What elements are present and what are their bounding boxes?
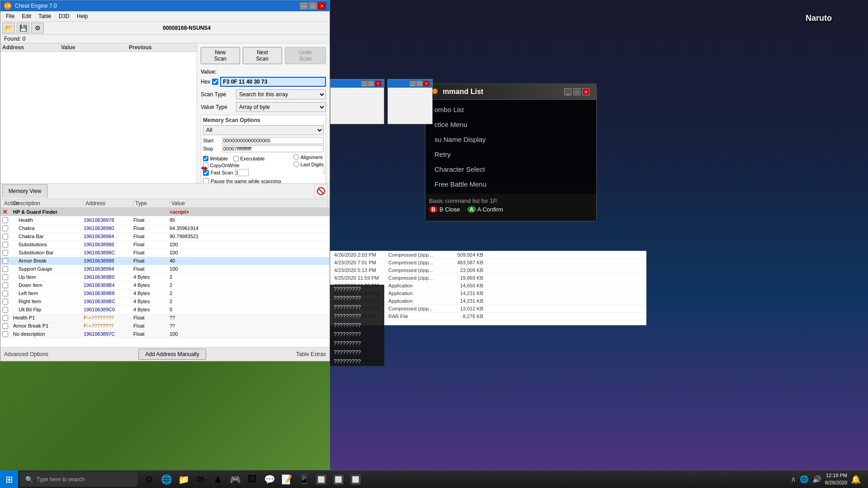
memory-view-button[interactable]: Memory View xyxy=(2,184,47,198)
memory-type-select[interactable]: All xyxy=(203,125,324,135)
table-row[interactable]: ✕ HP & Guard Finder <script> xyxy=(0,208,330,216)
minimize-btn[interactable]: — xyxy=(300,2,308,9)
value-type-select[interactable]: Array of byte 4 Bytes Float xyxy=(236,102,326,112)
table-row[interactable]: Chakra 19610638980 Float 64.35961914 xyxy=(0,225,330,233)
sdlg2-maximize-btn[interactable]: □ xyxy=(416,81,423,86)
list-item[interactable]: ????????? xyxy=(330,348,384,357)
notifications-icon[interactable]: 🔔 xyxy=(851,474,861,484)
pause-checkbox[interactable] xyxy=(203,178,209,183)
table-row[interactable]: Up Item 196106389B0 4 Bytes 2 xyxy=(0,273,330,282)
menu-table[interactable]: Table xyxy=(35,12,55,20)
taskbar-clock[interactable]: 12:18 PM 8/29/2020 xyxy=(825,472,847,486)
maximize-btn[interactable]: □ xyxy=(309,2,317,9)
cmd-close-btn[interactable]: ✕ xyxy=(582,88,590,95)
table-row[interactable]: Down Item 196106389B4 4 Bytes 2 xyxy=(0,282,330,290)
cmd-item-jutsu[interactable]: su Name Display xyxy=(425,132,596,147)
value-input[interactable] xyxy=(220,77,326,87)
list-item[interactable]: ????????? xyxy=(330,321,384,330)
file-row[interactable]: 4/23/2020 5:13 PM Compressed (zipp... 23… xyxy=(330,267,646,274)
row-checkbox[interactable] xyxy=(2,315,8,321)
sdlg-maximize-btn[interactable]: □ xyxy=(368,81,374,86)
sdlg2-minimize-btn[interactable]: _ xyxy=(410,81,416,86)
taskbar-explorer-btn[interactable]: 📁 xyxy=(175,471,192,488)
taskbar-store-btn[interactable]: 🛍 xyxy=(193,471,209,488)
row-checkbox[interactable] xyxy=(2,250,8,256)
tray-expand-icon[interactable]: ∧ xyxy=(791,475,796,483)
list-item[interactable]: ????????? xyxy=(330,312,384,321)
table-row[interactable]: Substitution Bar 1961063898C Float 100 xyxy=(0,249,330,257)
table-extras-button[interactable]: Table Extras xyxy=(296,351,326,357)
menu-help[interactable]: Help xyxy=(73,12,92,20)
file-row[interactable]: 4/25/2020 11:59 PM Compressed (zipp... 1… xyxy=(330,274,646,282)
new-scan-button[interactable]: New Scan xyxy=(201,47,240,64)
list-item[interactable]: ????????? xyxy=(330,294,384,303)
table-row[interactable]: Health 19610638978 Float 95 xyxy=(0,216,330,225)
table-row[interactable]: Left Item 196106389B8 4 Bytes 2 xyxy=(0,290,330,298)
toolbar-settings-btn[interactable]: ⚙ xyxy=(31,23,44,33)
tray-volume-icon[interactable]: 🔊 xyxy=(812,475,821,483)
list-item[interactable]: ????????? xyxy=(330,339,384,348)
menu-edit[interactable]: Edit xyxy=(18,12,35,20)
taskbar-photoshop-btn[interactable]: 🖼 xyxy=(244,471,260,488)
cmd-item-combo[interactable]: ombo List xyxy=(425,102,596,117)
next-scan-button[interactable]: Next Scan xyxy=(243,47,282,64)
stop-input[interactable] xyxy=(222,145,324,152)
taskbar-edge-btn[interactable]: 🌐 xyxy=(158,471,175,488)
row-checkbox[interactable] xyxy=(2,323,8,329)
advanced-options-button[interactable]: Advanced Options xyxy=(4,351,48,357)
toolbar-open-btn[interactable]: 📂 xyxy=(2,23,15,33)
row-checkbox[interactable] xyxy=(2,242,8,248)
alignment-radio-input[interactable] xyxy=(293,154,299,160)
menu-file[interactable]: File xyxy=(2,12,18,20)
cmd-minimize-btn[interactable]: _ xyxy=(564,88,571,95)
menu-d3d[interactable]: D3D xyxy=(55,12,73,20)
table-row[interactable]: Armor Break 19610638998 Float 40 xyxy=(0,257,330,265)
row-checkbox[interactable] xyxy=(2,291,8,296)
row-checkbox[interactable] xyxy=(2,274,8,280)
taskbar-app1-btn[interactable]: 🔲 xyxy=(313,471,329,488)
undo-scan-button[interactable]: Undo Scan xyxy=(285,47,326,64)
tray-network-icon[interactable]: 🌐 xyxy=(800,475,809,483)
fast-scan-input[interactable] xyxy=(235,169,249,176)
table-row[interactable]: Health P1 P->???????? Float ?? xyxy=(0,314,330,322)
close-btn[interactable]: ✕ xyxy=(318,2,326,9)
taskbar-game-btn[interactable]: 🎮 xyxy=(227,471,243,488)
row-checkbox[interactable] xyxy=(2,217,8,223)
row-checkbox[interactable] xyxy=(2,307,8,313)
taskbar-discord-btn[interactable]: 💬 xyxy=(261,471,278,488)
sdlg2-close-btn[interactable]: ✕ xyxy=(423,81,429,86)
list-item[interactable]: ????????? xyxy=(330,357,384,366)
table-row[interactable]: Right Item 196106389BC 4 Bytes 2 xyxy=(0,298,330,306)
list-item[interactable]: ????????? xyxy=(330,285,384,294)
writable-checkbox[interactable] xyxy=(203,156,208,161)
taskbar-vscode-btn[interactable]: 📝 xyxy=(278,471,295,488)
start-button[interactable]: ⊞ xyxy=(0,470,18,488)
taskbar-app3-btn[interactable]: 🔲 xyxy=(347,471,363,488)
row-checkbox[interactable] xyxy=(2,258,8,264)
list-item[interactable]: ????????? xyxy=(330,303,384,312)
no-icon[interactable] xyxy=(314,184,328,198)
table-row[interactable]: Ult Bit Flip 196106389C0 4 Bytes 0 xyxy=(0,306,330,314)
taskbar-steam-btn[interactable]: ♟ xyxy=(210,471,226,488)
executable-checkbox[interactable] xyxy=(233,156,239,161)
cmd-item-retry[interactable]: Retry xyxy=(425,147,596,162)
taskbar-taskview-btn[interactable]: ⧉ xyxy=(141,471,157,488)
toolbar-save-btn[interactable]: 💾 xyxy=(17,23,29,33)
row-checkbox[interactable] xyxy=(2,225,8,231)
file-row[interactable]: 4/26/2020 2:03 PM Compressed (zipp... 50… xyxy=(330,251,646,259)
table-row[interactable]: Substitutions 19610638988 Float 100 xyxy=(0,241,330,249)
add-address-button[interactable]: Add Address Manually xyxy=(138,349,206,360)
cmd-item-free-battle[interactable]: Free Battle Menu xyxy=(425,177,596,192)
table-row[interactable]: Armor Break P1 P->???????? Float ?? xyxy=(0,322,330,330)
row-checkbox[interactable] xyxy=(2,282,8,288)
table-row[interactable]: Chakra Bar 19610638984 Float 90.79983521 xyxy=(0,233,330,241)
scan-type-select[interactable]: Search for this array Exact Value Bigger… xyxy=(236,89,326,99)
cmd-item-char-select[interactable]: Character Select xyxy=(425,162,596,177)
row-checkbox[interactable] xyxy=(2,331,8,337)
cmd-item-practice[interactable]: ctice Menu xyxy=(425,117,596,132)
last-digits-radio-input[interactable] xyxy=(293,161,299,167)
row-checkbox[interactable] xyxy=(2,234,8,239)
taskbar-app2-btn[interactable]: 🔲 xyxy=(330,471,346,488)
row-checkbox[interactable] xyxy=(2,299,8,305)
list-item[interactable]: ????????? xyxy=(330,330,384,339)
